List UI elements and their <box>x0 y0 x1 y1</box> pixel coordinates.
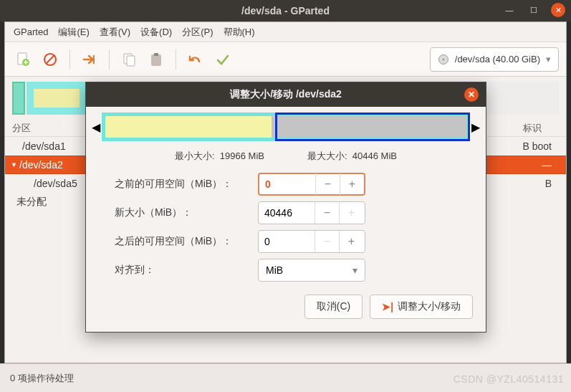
paste-icon <box>148 52 164 67</box>
free-before-field[interactable] <box>259 178 315 190</box>
partition-name: /dev/sda5 <box>34 178 77 189</box>
free-after-input[interactable]: − + <box>258 230 365 253</box>
arrow-right-icon[interactable]: ▶ <box>470 120 481 134</box>
dialog-title: 调整大小/移动 /dev/sda2 <box>230 88 342 101</box>
spin-down[interactable]: − <box>315 231 339 252</box>
size-limits: 最小大小: 19966 MiB 最大大小: 40446 MiB <box>86 147 486 170</box>
disk-graphic-sda1[interactable] <box>12 82 25 115</box>
max-size-label: 最大大小: <box>307 150 347 161</box>
titlebar: /dev/sda - GParted — ☐ ✕ <box>0 0 571 21</box>
toolbar: /dev/sda (40.00 GiB) ▾ <box>5 42 566 77</box>
free-before-input[interactable]: − + <box>258 173 365 196</box>
separator <box>69 49 70 70</box>
device-selector-label: /dev/sda (40.00 GiB) <box>455 54 540 64</box>
spin-down[interactable]: − <box>315 173 340 195</box>
resize-used-region <box>105 116 272 138</box>
resize-form: 之前的可用空间（MiB）： − + 新大小（MiB）： − + 之后的可用空间（… <box>86 170 486 295</box>
spin-up[interactable]: + <box>339 231 363 252</box>
arrow-right-icon <box>82 52 97 67</box>
separator <box>176 49 176 70</box>
new-size-field[interactable] <box>259 207 315 219</box>
device-selector[interactable]: /dev/sda (40.00 GiB) ▾ <box>430 47 559 72</box>
separator <box>109 49 110 70</box>
free-after-label: 之后的可用空间（MiB）： <box>115 235 258 248</box>
new-partition-button[interactable] <box>12 49 34 70</box>
spin-up[interactable]: + <box>340 173 364 195</box>
disk-graphic-sda2[interactable] <box>27 82 87 115</box>
partition-name: /dev/sda2 <box>19 159 63 171</box>
document-plus-icon <box>15 52 31 67</box>
resize-icon: ➤| <box>382 301 393 312</box>
svg-point-10 <box>442 58 444 60</box>
svg-rect-6 <box>127 56 135 66</box>
align-value: MiB <box>266 264 283 276</box>
expand-icon[interactable]: ▼ <box>11 161 19 168</box>
cancel-button[interactable]: 取消(C) <box>304 295 363 319</box>
check-icon <box>215 52 231 67</box>
cancel-label: 取消(C) <box>317 300 350 313</box>
paste-button[interactable] <box>145 49 167 70</box>
arrow-left-icon[interactable]: ◀ <box>90 120 102 134</box>
new-size-label: 新大小（MiB）： <box>115 206 258 219</box>
menu-help[interactable]: 帮助(H) <box>224 26 255 39</box>
new-size-input[interactable]: − + <box>258 201 365 224</box>
dialog-buttons: 取消(C) ➤| 调整大小/移动 <box>86 295 486 332</box>
pending-operations: 0 项操作待处理 <box>10 372 74 385</box>
partition-flags: B <box>545 178 552 189</box>
disk-icon <box>438 54 449 65</box>
col-flags: 标识 <box>523 122 559 135</box>
chevron-down-icon: ▾ <box>546 54 551 64</box>
partition-name: /dev/sda1 <box>22 140 66 152</box>
align-select[interactable]: MiB ▾ <box>258 259 365 282</box>
free-after-field[interactable] <box>259 236 315 247</box>
svg-rect-7 <box>151 54 161 66</box>
min-size-value: 19966 MiB <box>220 150 264 161</box>
partition-flags: — <box>542 159 552 171</box>
min-size-label: 最小大小: <box>175 150 215 161</box>
resize-label: 调整大小/移动 <box>398 300 461 313</box>
svg-rect-4 <box>93 55 95 64</box>
resize-track[interactable] <box>102 113 470 141</box>
copy-button[interactable] <box>118 49 140 70</box>
apply-button[interactable] <box>212 49 234 70</box>
spin-up[interactable]: + <box>339 202 363 224</box>
menubar: GParted 编辑(E) 查看(V) 设备(D) 分区(P) 帮助(H) <box>5 22 566 42</box>
undo-button[interactable] <box>185 49 206 70</box>
resize-apply-button[interactable]: ➤| 调整大小/移动 <box>370 295 473 319</box>
chevron-down-icon: ▾ <box>352 264 358 276</box>
resize-graphic: ◀ ▶ <box>86 107 486 147</box>
menu-view[interactable]: 查看(V) <box>100 26 130 39</box>
partition-name: 未分配 <box>16 196 47 209</box>
col-partition: 分区 <box>12 122 69 135</box>
menu-partition[interactable]: 分区(P) <box>182 26 213 39</box>
menu-device[interactable]: 设备(D) <box>140 26 172 39</box>
max-size-value: 40446 MiB <box>352 150 397 161</box>
resize-handle[interactable] <box>275 113 470 141</box>
dialog-close-button[interactable]: ✕ <box>464 87 479 102</box>
partition-flags: B boot <box>523 140 552 152</box>
dialog-titlebar: 调整大小/移动 /dev/sda2 ✕ <box>86 82 486 107</box>
forbidden-icon <box>42 52 58 67</box>
menu-edit[interactable]: 编辑(E) <box>58 26 89 39</box>
maximize-button[interactable]: ☐ <box>527 3 541 17</box>
svg-line-3 <box>46 55 54 64</box>
minimize-button[interactable]: — <box>502 3 517 17</box>
window-title: /dev/sda - GParted <box>241 5 330 16</box>
free-before-label: 之前的可用空间（MiB）： <box>115 178 258 191</box>
close-button[interactable]: ✕ <box>551 3 565 17</box>
watermark: CSDN @YZL40514131 <box>454 373 564 385</box>
delete-button[interactable] <box>39 49 61 70</box>
copy-icon <box>121 52 137 67</box>
align-label: 对齐到： <box>115 264 258 277</box>
resize-dialog: 调整大小/移动 /dev/sda2 ✕ ◀ ▶ 最小大小: 19966 MiB … <box>85 82 486 333</box>
resize-button[interactable] <box>79 49 100 70</box>
spin-down[interactable]: − <box>315 202 339 224</box>
menu-gparted[interactable]: GParted <box>14 27 48 37</box>
undo-icon <box>188 52 203 67</box>
svg-rect-8 <box>154 53 158 56</box>
